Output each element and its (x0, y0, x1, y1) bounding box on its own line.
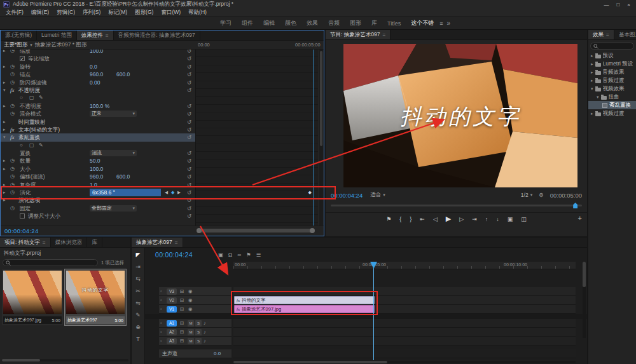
track-target-V2[interactable]: V2 (167, 297, 177, 304)
timeline-clip-still[interactable]: fx 抽象涂艺术097.jpg (234, 305, 375, 313)
solo-button[interactable]: S (195, 320, 202, 327)
lift-button[interactable]: ↑ (485, 216, 488, 222)
property-value[interactable]: 6x358.6 ° (90, 189, 161, 196)
dropdown-置换[interactable]: 湍流▾ (90, 150, 137, 156)
add-keyframe-icon[interactable]: ◆ (171, 189, 174, 196)
hand-tool[interactable]: ⊕ (135, 324, 141, 330)
scrubber-playhead[interactable] (573, 203, 577, 208)
mark-in-button[interactable]: { (399, 216, 401, 222)
video-track-lane-V3[interactable] (233, 287, 576, 296)
property-value[interactable]: 1.0 (90, 181, 97, 189)
workspace-tab-这个不错[interactable]: 这个不错 (406, 19, 439, 27)
track-output-icon[interactable]: ◉ (188, 287, 193, 296)
track-output-icon[interactable]: ◉ (188, 296, 193, 305)
fx-badge-icon[interactable]: fx (10, 133, 15, 141)
stopwatch-icon[interactable]: ◷ (10, 79, 15, 86)
panel-tab-媒体浏览器[interactable]: 媒体浏览器 (51, 238, 88, 247)
minimize-button[interactable]: — (604, 2, 609, 8)
scrollbar-handle[interactable] (233, 361, 387, 363)
scrollbar-handle[interactable] (320, 51, 322, 146)
stopwatch-icon[interactable]: ◷ (10, 189, 15, 196)
panel-tab-项目: 抖动文字[interactable]: 项目: 抖动文字≡ (0, 238, 51, 247)
stopwatch-icon[interactable]: ◷ (10, 102, 15, 110)
twirl-icon[interactable]: ▸ (3, 50, 6, 55)
twirl-icon[interactable]: ▸ (3, 102, 6, 110)
stopwatch-icon[interactable]: ◷ (10, 173, 15, 180)
reset-icon[interactable]: ↺ (187, 102, 191, 110)
effect-row-复杂度[interactable]: ▸◷复杂度1.0↺ (1, 181, 195, 189)
mark-out-button[interactable]: } (410, 216, 411, 222)
lock-icon[interactable]: ▫ (160, 328, 162, 337)
effect-row-演化[interactable]: ▸◷演化6x358.6 °◀◆▶↺ (1, 189, 195, 196)
project-item-jpg[interactable]: 抽象涂艺术097.jpg 5:00 (2, 269, 63, 325)
ec-vertical-scrollbar[interactable] (319, 50, 323, 226)
sync-lock-icon[interactable]: ⊟ (180, 287, 184, 296)
reset-icon[interactable]: ↺ (187, 165, 191, 173)
maximize-button[interactable]: □ (616, 2, 619, 8)
menu-标记(M)[interactable]: 标记(M) (104, 9, 131, 17)
reset-icon[interactable]: ↺ (187, 63, 191, 71)
go-to-out-button[interactable]: ⇥ (472, 216, 477, 222)
twirl-icon[interactable]: ▸ (3, 196, 6, 204)
panel-menu-icon[interactable]: ≡ (175, 239, 178, 246)
effects-search-input[interactable] (590, 43, 634, 50)
step-back-button[interactable]: ◁ (433, 216, 438, 222)
master-gain-value[interactable]: 0.0 (214, 349, 221, 358)
mute-button[interactable]: M (188, 329, 194, 335)
twirl-icon[interactable]: ▸ (591, 70, 593, 75)
scrollbar-handle[interactable] (2, 359, 40, 361)
keyframe-icon[interactable]: ◆ (308, 190, 312, 195)
menu-帮助(H)[interactable]: 帮助(H) (184, 9, 211, 17)
program-timecode[interactable]: 00:00:04:24 (331, 192, 363, 199)
menu-序列(S)[interactable]: 序列(S) (79, 9, 104, 17)
effects-tree-item-音频过渡[interactable]: ▸音频过渡 (588, 76, 636, 84)
twirl-icon[interactable]: ▾ (591, 86, 593, 91)
timeline-horizontal-scrollbar[interactable] (233, 361, 576, 363)
voiceover-record-icon[interactable]: ♪ (204, 319, 206, 328)
effect-row-锚点[interactable]: ◷锚点960.0600.0↺ (1, 71, 195, 78)
lock-icon[interactable]: ▫ (160, 319, 162, 328)
reset-icon[interactable]: ↺ (187, 50, 191, 55)
twirl-icon[interactable]: ▸ (3, 79, 6, 86)
panel-tab-源:(无剪辑)[interactable]: 源:(无剪辑) (1, 30, 37, 40)
panel-tab-效果[interactable]: 效果≡ (588, 30, 614, 39)
nest-toggle-icon[interactable]: ▣ (218, 252, 223, 258)
track-target-A3[interactable]: A3 (167, 338, 177, 344)
mute-button[interactable]: M (188, 320, 194, 327)
prev-keyframe-icon[interactable]: ◀ (165, 189, 168, 196)
twirl-icon[interactable]: ▸ (3, 189, 6, 196)
selection-tool[interactable]: ◤ (136, 252, 141, 258)
add-marker-button[interactable]: ⚑ (386, 216, 391, 222)
effect-row-文本(抖动的文字)[interactable]: ▸fx文本(抖动的文字)↺ (1, 126, 195, 133)
sync-lock-icon[interactable]: ⊟ (180, 337, 184, 346)
effects-tree-item-音频效果[interactable]: ▸音频效果 (588, 68, 636, 76)
lock-icon[interactable]: ▫ (160, 337, 162, 346)
extract-button[interactable]: ↓ (496, 216, 499, 222)
property-value[interactable]: 960.0 (90, 173, 103, 180)
project-item-sequence[interactable]: 抖动的文字 抽象涂艺术097 5:00 (65, 269, 126, 325)
reset-icon[interactable]: ↺ (187, 126, 191, 133)
checkbox-等比缩放[interactable]: ✓ (20, 56, 25, 61)
timeline-timecode[interactable]: 00:00:04:24 (155, 251, 193, 259)
timeline-settings-icon[interactable]: ☰ (256, 252, 261, 258)
effect-row-不透明度[interactable]: ▸◷不透明度100.0 %↺ (1, 102, 195, 110)
settings-wrench-icon[interactable]: ⚙ (539, 192, 544, 198)
stopwatch-icon[interactable]: ◷ (10, 165, 15, 173)
effects-tree-item-视频效果[interactable]: ▾视频效果 (588, 84, 636, 93)
effect-row-置换[interactable]: 置换湍流▾↺ (1, 149, 195, 157)
effect-row-混合模式[interactable]: ◷混合模式正常▾↺ (1, 110, 195, 118)
workspace-tab-学习[interactable]: 学习 (215, 19, 237, 27)
effects-tree-item-视频过渡[interactable]: ▸视频过渡 (588, 109, 636, 118)
scrubber-track[interactable] (331, 205, 582, 206)
slip-tool[interactable]: ⇋ (135, 300, 141, 306)
voiceover-record-icon[interactable]: ♪ (204, 337, 206, 346)
twirl-icon[interactable]: ▸ (3, 165, 6, 173)
effect-row-演化选项[interactable]: ▸演化选项↺ (1, 196, 195, 204)
twirl-icon[interactable]: ▸ (3, 181, 6, 189)
project-search-input[interactable] (3, 259, 98, 266)
time-ruler[interactable]: 00:0000:00:05:0000:00:10:00 (233, 262, 576, 269)
stopwatch-icon[interactable]: ◷ (10, 157, 15, 165)
track-header-V2[interactable]: ▫V2⊟◉ (159, 296, 232, 305)
workspace-tab-Titles[interactable]: Titles (382, 20, 406, 27)
reset-icon[interactable]: ↺ (187, 181, 191, 189)
